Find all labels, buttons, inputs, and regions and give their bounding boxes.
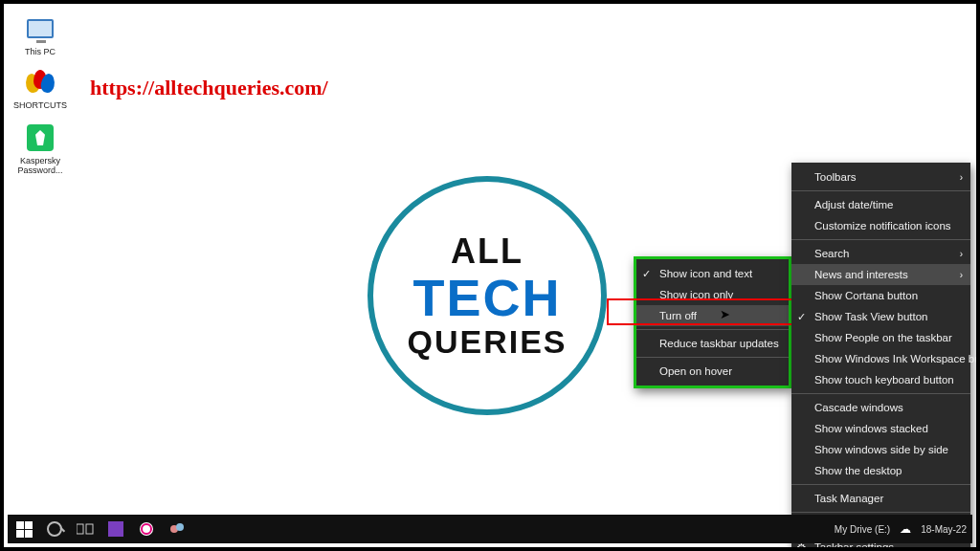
icon-label: This PC	[13, 48, 67, 57]
svg-rect-1	[86, 524, 93, 534]
menu-item-adjust-datetime[interactable]: Adjust date/time	[791, 194, 970, 215]
taskbar-drive-label[interactable]: My Drive (E:)	[835, 524, 890, 535]
search-button[interactable]	[40, 516, 69, 542]
separator	[791, 393, 970, 394]
svg-rect-0	[77, 524, 83, 534]
desktop-icon-shortcuts[interactable]: SHORTCUTS	[13, 65, 67, 111]
taskbar-date[interactable]: 18-May-22	[921, 524, 967, 535]
check-icon: ✓	[797, 311, 806, 323]
menu-item-show-people[interactable]: Show People on the taskbar	[791, 327, 970, 348]
taskbar-left	[8, 516, 191, 542]
app-icon	[169, 521, 185, 537]
kaspersky-icon	[23, 121, 57, 155]
submenu-item-turn-off[interactable]: Turn off	[636, 305, 789, 326]
separator	[636, 329, 789, 330]
taskbar-right: My Drive (E:) ☁ 18-May-22	[835, 522, 972, 536]
menu-item-show-desktop[interactable]: Show the desktop	[791, 460, 970, 481]
shortcuts-icon	[23, 65, 57, 99]
menu-item-search[interactable]: Search›	[791, 243, 970, 264]
taskbar-context-menu: Toolbars› Adjust date/time Customize not…	[791, 163, 970, 551]
menu-item-show-taskview[interactable]: ✓Show Task View button	[791, 306, 970, 327]
menu-item-cascade[interactable]: Cascade windows	[791, 397, 970, 418]
check-icon: ✓	[642, 268, 651, 280]
menu-item-stacked[interactable]: Show windows stacked	[791, 418, 970, 439]
separator	[791, 239, 970, 240]
menu-item-show-ink[interactable]: Show Windows Ink Workspace button	[791, 348, 970, 369]
separator	[636, 357, 789, 358]
pinned-app-2[interactable]	[132, 516, 161, 542]
logo-line-2: TECH	[413, 272, 562, 323]
start-button[interactable]	[10, 516, 38, 542]
menu-item-toolbars[interactable]: Toolbars›	[791, 166, 970, 187]
app-icon	[139, 521, 154, 537]
menu-item-news-and-interests[interactable]: News and interests›	[791, 264, 970, 285]
watermark-url: https://alltechqueries.com/	[90, 76, 328, 100]
desktop-icon-kaspersky[interactable]: Kaspersky Password...	[13, 121, 67, 176]
logo: ALL TECH QUERIES	[368, 176, 607, 415]
logo-line-3: QUERIES	[407, 323, 567, 361]
pinned-app-3[interactable]	[163, 516, 191, 542]
submenu-news-and-interests: ✓Show icon and text Show icon only Turn …	[634, 256, 791, 388]
icon-label: SHORTCUTS	[13, 101, 67, 111]
separator	[791, 512, 970, 513]
search-icon	[47, 521, 62, 537]
chevron-right-icon: ›	[960, 270, 963, 280]
chevron-right-icon: ›	[960, 249, 963, 259]
separator	[791, 190, 970, 191]
separator	[791, 484, 970, 485]
svg-point-6	[176, 523, 184, 531]
pinned-app-1[interactable]	[101, 516, 130, 542]
menu-item-show-touch-kb[interactable]: Show touch keyboard button	[791, 369, 970, 390]
submenu-item-open-on-hover[interactable]: Open on hover	[636, 361, 789, 382]
menu-item-sidebyside[interactable]: Show windows side by side	[791, 439, 970, 460]
taskview-icon	[77, 522, 94, 536]
windows-logo-icon	[16, 521, 33, 538]
pc-icon	[23, 11, 57, 46]
taskbar[interactable]: My Drive (E:) ☁ 18-May-22	[8, 515, 972, 543]
task-view-button[interactable]	[71, 516, 100, 542]
svg-rect-2	[108, 521, 123, 537]
menu-item-task-manager[interactable]: Task Manager	[791, 488, 970, 509]
submenu-item-show-icon-only[interactable]: Show icon only	[636, 284, 789, 305]
submenu-item-reduce-updates[interactable]: Reduce taskbar updates	[636, 333, 789, 354]
app-icon	[108, 521, 123, 537]
icon-label: Kaspersky Password...	[13, 157, 67, 176]
desktop-icon-this-pc[interactable]: This PC	[13, 11, 67, 57]
logo-line-1: ALL	[451, 231, 523, 272]
onedrive-icon[interactable]: ☁	[900, 522, 911, 536]
chevron-right-icon: ›	[960, 172, 963, 183]
submenu-item-show-icon-and-text[interactable]: ✓Show icon and text	[636, 263, 789, 284]
menu-item-show-cortana[interactable]: Show Cortana button	[791, 285, 970, 306]
menu-item-customize-notif[interactable]: Customize notification icons	[791, 215, 970, 236]
